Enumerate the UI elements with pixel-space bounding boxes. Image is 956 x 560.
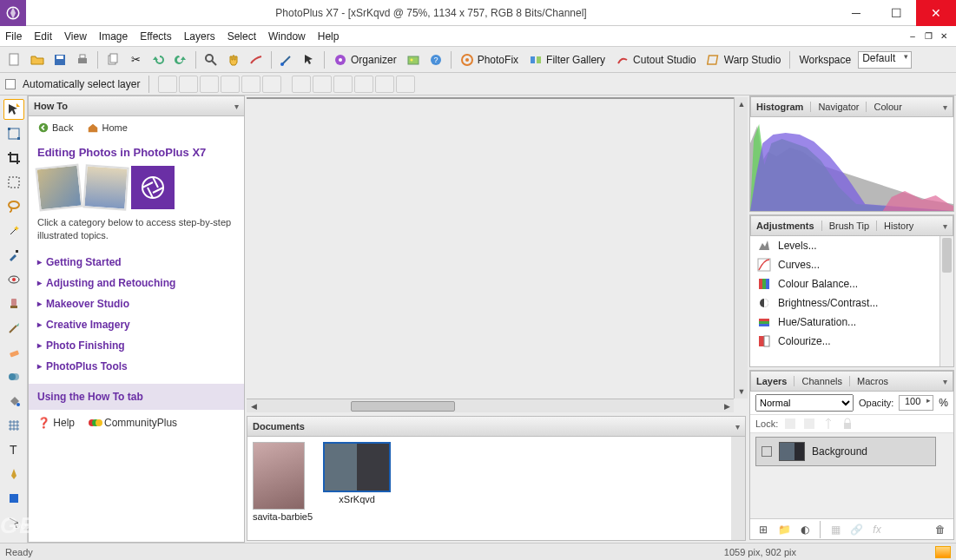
channels-tab[interactable]: Channels [794,376,841,386]
eraser-tool[interactable] [3,342,24,363]
help-link[interactable]: ❓ Help [37,417,75,429]
howto-cat-makeover[interactable]: Makeover Studio [37,293,235,314]
paintbrush-icon[interactable] [277,50,296,69]
history-tab[interactable]: History [876,221,913,231]
distribute-3-button[interactable] [333,76,353,93]
opacity-input[interactable]: 100 [899,395,933,411]
gallery-icon[interactable] [404,50,423,69]
zoom-icon[interactable] [201,50,221,69]
open-icon[interactable] [28,50,47,69]
howto-tab[interactable]: How To [34,101,68,111]
canvas-vscrollbar[interactable]: ▲ ▼ [734,97,748,399]
home-button[interactable]: Home [87,122,127,134]
fx-icon[interactable]: fx [869,522,885,537]
scroll-left-icon[interactable]: ◀ [247,399,260,413]
deform-tool[interactable] [3,123,24,144]
histogram-tab[interactable]: Histogram [756,102,803,112]
auto-select-checkbox[interactable] [5,79,16,89]
clone-tool[interactable] [3,293,24,314]
howto-cat-getting-started[interactable]: Getting Started [37,252,235,273]
close-button[interactable]: ✕ [916,0,956,26]
help-icon[interactable]: ? [426,50,445,69]
mdi-restore-button[interactable]: ❐ [921,30,935,43]
menu-help[interactable]: Help [318,30,340,43]
distribute-v-button[interactable] [313,76,332,93]
save-icon[interactable] [50,50,69,69]
shape-tool[interactable] [3,488,24,509]
blend-mode-select[interactable]: Normal [755,394,854,412]
crop-tool[interactable] [3,148,24,168]
panel-menu-icon[interactable]: ▾ [234,102,239,111]
align-bottom-button[interactable] [262,76,281,93]
documents-tab[interactable]: Documents [253,421,305,432]
align-center-h-button[interactable] [179,76,198,93]
copy-icon[interactable] [103,50,122,69]
howto-footer-link[interactable]: Using the How To tab [29,384,244,410]
adj-curves[interactable]: Curves...▶ [750,255,953,274]
menu-image[interactable]: Image [99,30,128,43]
layer-background[interactable]: Background [755,437,936,466]
organizer-button[interactable]: Organizer [330,53,400,67]
picker-tool[interactable] [3,245,24,266]
panel-menu-icon[interactable]: ▾ [943,221,947,231]
wand-tool[interactable] [3,221,24,241]
pan-icon[interactable] [224,50,243,69]
distribute-6-button[interactable] [396,76,415,93]
minimize-button[interactable]: ─ [836,0,876,26]
distribute-h-button[interactable] [292,76,311,93]
adjustment-layer-icon[interactable]: ◐ [797,522,813,537]
cut-icon[interactable]: ✂ [126,50,145,69]
distribute-5-button[interactable] [375,76,394,93]
document-thumb-1[interactable]: savita-barbie5 [253,442,313,535]
adj-levels[interactable]: Levels...▶ [750,236,953,255]
menu-layers[interactable]: Layers [184,30,215,43]
delete-layer-icon[interactable]: 🗑 [933,522,948,537]
menu-window[interactable]: Window [268,30,306,43]
move-tool[interactable] [3,99,24,120]
layer-visibility-icon[interactable] [762,446,772,457]
redo-icon[interactable] [171,50,190,69]
mask-icon[interactable]: ▦ [827,522,843,537]
fill-tool[interactable] [3,391,24,412]
howto-cat-tools[interactable]: PhotoPlus Tools [37,356,235,377]
howto-cat-adjusting[interactable]: Adjusting and Retouching [37,273,235,293]
adj-hue-saturation[interactable]: Hue/Saturation...▶ [750,313,953,332]
retouch-tool[interactable] [3,366,24,387]
adj-colour-balance[interactable]: Colour Balance...▶ [750,274,953,293]
align-center-v-button[interactable] [241,76,260,93]
redeye-tool[interactable] [3,269,24,290]
canvas-hscrollbar[interactable]: ◀ ▶ [247,399,734,412]
menu-view[interactable]: View [64,30,87,43]
lock-move-icon[interactable] [821,417,835,431]
menu-file[interactable]: File [5,30,22,43]
mdi-minimize-button[interactable]: – [906,30,920,43]
align-top-button[interactable] [221,76,240,93]
lock-all-icon[interactable] [841,417,854,431]
lasso-tool[interactable] [3,196,24,217]
status-mini-icon[interactable] [935,546,951,558]
align-left-button[interactable] [158,76,177,93]
colour-tab[interactable]: Colour [866,102,901,112]
brush-stroke-icon[interactable] [247,50,266,69]
warp-studio-button[interactable]: Warp Studio [703,53,785,67]
maximize-button[interactable]: ☐ [876,0,916,26]
hscroll-thumb[interactable] [351,401,455,412]
new-icon[interactable] [5,50,24,69]
communityplus-link[interactable]: CommunityPlus [89,417,177,429]
scroll-right-icon[interactable]: ▶ [720,399,734,413]
documents-vscrollbar[interactable] [731,437,745,540]
adj-colourize[interactable]: Colourize...▶ [750,332,953,351]
panel-menu-icon[interactable]: ▾ [943,102,947,112]
print-icon[interactable] [73,50,92,69]
howto-cat-creative[interactable]: Creative Imagery [37,314,235,335]
warp-tool[interactable] [3,415,24,436]
navigator-tab[interactable]: Navigator [810,102,859,112]
link-icon[interactable]: 🔗 [848,522,864,537]
workspace-select[interactable]: Default [858,51,912,69]
align-right-button[interactable] [200,76,219,93]
undo-icon[interactable] [148,50,168,69]
menu-select[interactable]: Select [227,30,256,43]
menu-effects[interactable]: Effects [140,30,171,43]
panel-menu-icon[interactable]: ▾ [943,377,947,386]
pointer-icon[interactable] [300,50,319,69]
